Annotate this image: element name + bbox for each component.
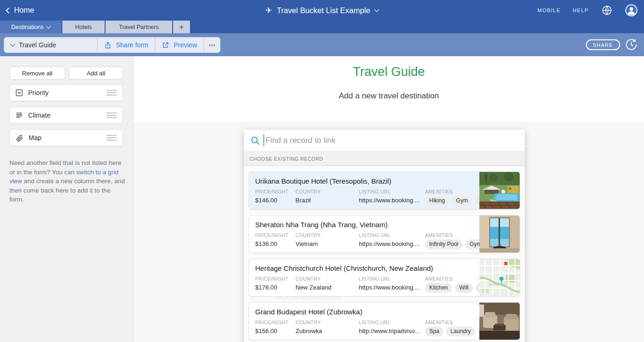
record-fields: PRICE/NIGHT$156.00 COUNTRYZubrowka LISTI… [255,320,479,336]
remove-all-label: Remove all [22,70,53,77]
app-window: Home ✈ Travel Bucket List Example MOBILE… [0,0,644,342]
chevron-down-icon [374,7,379,12]
record-fields: PRICE/NIGHT$176.00 COUNTRYNew Zealand LI… [255,276,479,293]
amenity-chip: Gym [452,196,472,206]
amenity-chips: KitchenWifi [425,283,479,293]
base-title: Travel Bucket List Example [277,6,370,15]
url-value: https://www.booking.... [359,197,425,204]
field-card-map[interactable]: Map [9,129,123,146]
view-switcher[interactable]: Travel Guide [4,37,98,52]
avatar-icon[interactable] [625,4,637,16]
record-title: Sheraton Nha Trang (Nha Trang, Vietnam) [255,221,387,229]
form-header: Travel Guide Add a new travel destinatio… [134,56,644,123]
form-fields-sidebar: Remove all Add all Priority Climate Map [0,56,134,342]
country-value: Brazil [295,197,359,204]
home-label: Home [14,6,34,15]
amenity-chip: Gym [465,239,479,249]
tab-travel-partners[interactable]: Travel Partners [106,21,172,33]
amenity-chips: Infinity PoolGym [425,239,479,249]
more-options-button[interactable] [204,37,220,52]
field-card-priority[interactable]: Priority [9,84,123,101]
column-label: PRICE/NIGHT [255,276,295,282]
svg-text:CHRISTCHURCH: CHRISTCHURCH [488,283,507,286]
amenity-chip: Spa [425,327,443,336]
add-all-button[interactable]: Add all [69,67,123,80]
amenity-chip: Infinity Pool [425,239,462,249]
url-value: https://www.booking.... [359,240,425,247]
tab-label: + [179,23,183,31]
form-preview-area: Travel Guide Add a new travel destinatio… [134,56,644,342]
form-subtitle: Add a new travel destination [134,91,644,101]
price-value: $176.00 [255,284,295,291]
add-table-tab[interactable]: + [173,21,190,33]
sidebar-buttons: Remove all Add all [9,67,123,80]
back-chevron-icon [6,7,12,14]
amenity-chip [476,283,479,293]
chevron-down-icon [46,24,51,29]
external-link-icon [162,41,169,49]
record-card[interactable]: Heritage Christchurch Hotel (Christchurc… [249,259,520,297]
more-icon [212,44,212,46]
top-bar: Home ✈ Travel Bucket List Example MOBILE… [0,0,644,21]
section-header-label: CHOOSE EXISTING RECORD [250,156,323,162]
form-title: Travel Guide [134,56,644,79]
record-card[interactable]: Sheraton Nha Trang (Nha Trang, Vietnam) … [249,215,520,253]
field-label: Climate [28,112,101,119]
drag-handle-icon[interactable] [106,135,117,141]
help-link[interactable]: HELP [573,7,589,13]
more-icon [209,44,210,46]
column-label: PRICE/NIGHT [255,232,295,238]
country-value: Zubrowka [295,327,359,335]
record-card[interactable]: Urikana Boutique Hotel (Teresopolis, Bra… [249,171,520,209]
record-fields: PRICE/NIGHT$146.00 COUNTRYBrazil LISTING… [255,189,479,206]
attachment-field-icon [15,134,23,142]
record-title: Grand Budapest Hotel (Zubrowka) [255,308,362,316]
text-cursor [264,134,264,146]
preview-button[interactable]: Preview [155,37,204,52]
base-title-menu[interactable]: ✈ Travel Bucket List Example [265,0,379,21]
column-label: COUNTRY [295,320,359,325]
search-input[interactable] [265,130,519,151]
share-view-button[interactable]: SHARE [586,39,620,50]
tab-hotels[interactable]: Hotels [62,21,105,33]
amenity-chip: Wifi [455,283,473,293]
price-value: $156.00 [255,327,295,335]
mobile-link[interactable]: MOBILE [538,7,561,13]
column-label: PRICE/NIGHT [255,320,295,325]
globe-icon[interactable] [601,4,613,16]
amenity-chip: Laundry [446,327,475,336]
price-value: $136.00 [255,240,295,247]
history-icon[interactable] [624,37,638,52]
vintage-lounge-photo [479,303,520,340]
long-text-field-icon [15,112,23,119]
record-card[interactable]: Grand Budapest Hotel (Zubrowka) PRICE/NI… [249,302,520,340]
column-label: AMENITIES [425,320,479,325]
view-toolbar: Travel Guide Share form Preview SHARE [0,33,644,56]
column-label: AMENITIES [425,189,479,194]
preview-label: Preview [174,41,197,49]
tab-destinations[interactable]: Destinations [0,21,61,33]
tab-label: Travel Partners [119,24,159,30]
country-value: New Zealand [295,284,359,291]
share-form-button[interactable]: Share form [98,37,155,52]
chevron-down-icon [10,41,15,46]
more-icon [214,44,215,46]
plane-icon: ✈ [265,6,272,15]
drag-handle-icon[interactable] [106,112,117,118]
country-value: Vietnam [295,240,359,247]
share-icon [104,41,112,49]
section-header: CHOOSE EXISTING RECORD [244,151,525,166]
column-label: LISTING URL [359,276,425,282]
city-map-photo: CHRISTCHURCH [479,259,520,296]
select-field-icon [15,89,23,97]
field-card-climate[interactable]: Climate [9,107,123,124]
remove-all-button[interactable]: Remove all [9,67,65,80]
note-text: and create a new column there, and then … [9,178,125,203]
record-list: Urikana Boutique Hotel (Teresopolis, Bra… [244,166,525,342]
sidebar-help-note: Need another field that is not listed he… [9,158,126,204]
drag-handle-icon[interactable] [106,90,117,96]
url-value: https://www.booking.... [359,284,425,291]
home-button[interactable]: Home [7,0,34,21]
column-label: COUNTRY [295,276,359,282]
content-area: Remove all Add all Priority Climate Map [0,56,644,342]
